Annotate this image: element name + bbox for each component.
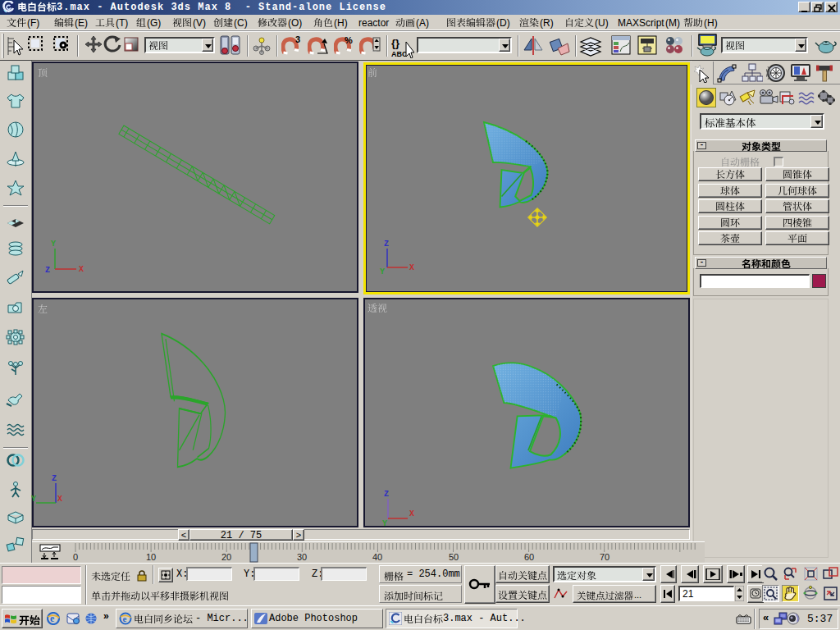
- svg-text:X: X: [409, 509, 414, 518]
- svg-text:70: 70: [600, 552, 609, 562]
- svg-text:Z: Z: [384, 240, 389, 249]
- svg-text:Z: Z: [384, 490, 389, 499]
- svg-text:Y: Y: [51, 240, 56, 249]
- svg-text:30: 30: [297, 552, 307, 562]
- svg-text:0: 0: [73, 552, 78, 562]
- svg-text:Z: Z: [52, 474, 57, 483]
- svg-text:60: 60: [524, 552, 534, 562]
- svg-text:40: 40: [372, 552, 382, 562]
- svg-text:50: 50: [449, 552, 459, 562]
- svg-text:Y: Y: [382, 519, 387, 528]
- svg-text:X: X: [57, 495, 62, 504]
- svg-text:Y: Y: [31, 495, 36, 504]
- svg-text:X: X: [409, 263, 414, 272]
- svg-text:20: 20: [221, 552, 231, 562]
- svg-text:Z: Z: [45, 266, 50, 275]
- svg-text:Y: Y: [380, 267, 385, 276]
- svg-text:10: 10: [146, 552, 156, 562]
- svg-text:X: X: [79, 265, 84, 274]
- svg-text:e: e: [50, 613, 55, 624]
- svg-text:e: e: [123, 614, 127, 623]
